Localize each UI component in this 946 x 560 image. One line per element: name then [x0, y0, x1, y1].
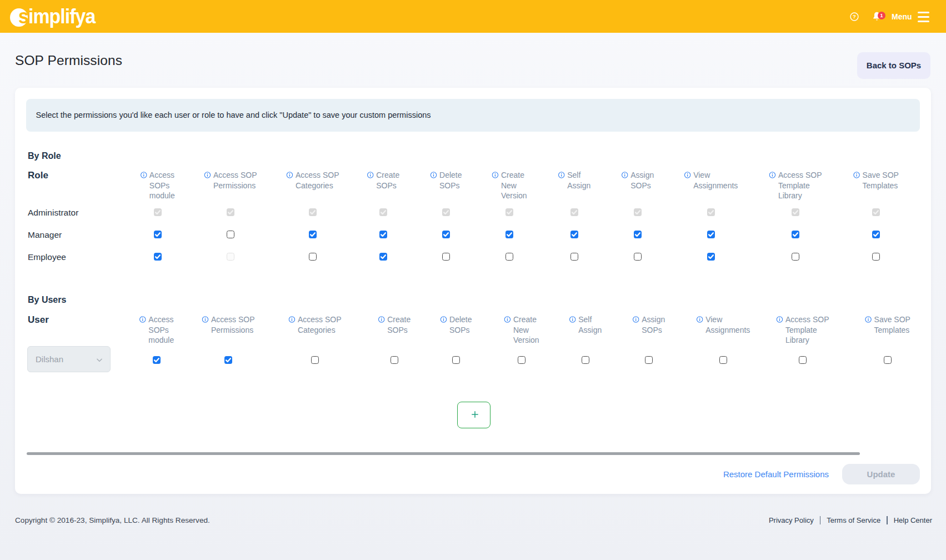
svg-text:?: ? [853, 13, 856, 19]
